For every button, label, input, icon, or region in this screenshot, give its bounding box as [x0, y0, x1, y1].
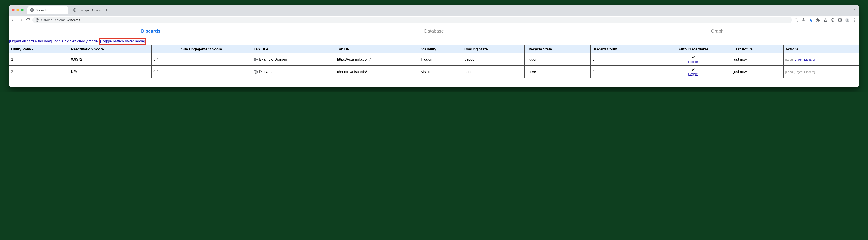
cell-lifecycle-state: hidden	[525, 53, 591, 66]
tab-title: Discards	[36, 8, 47, 12]
reload-button[interactable]	[26, 18, 30, 22]
page-content: Discards Database Graph [Urgent discard …	[9, 25, 859, 87]
svg-point-10	[854, 20, 855, 21]
svg-point-11	[854, 21, 855, 22]
col-tab-url[interactable]: Tab URL	[335, 46, 420, 53]
toolbar-icons	[794, 18, 857, 22]
cell-tab-title: Example Domain	[252, 53, 335, 66]
sidepanel-icon[interactable]	[838, 18, 842, 22]
subtabs: Discards Database Graph	[9, 25, 859, 37]
maximize-window-button[interactable]	[21, 9, 24, 11]
browser-tab-example[interactable]: Example Domain	[70, 6, 111, 14]
globe-icon	[254, 58, 258, 62]
labs-icon[interactable]	[823, 18, 828, 22]
check-icon: ✔	[692, 55, 695, 59]
discards-table: Utility Rank▲ Reactivation Score Site En…	[9, 45, 859, 78]
check-icon: ✔	[692, 68, 695, 72]
cell-tab-title: Discards	[252, 66, 335, 78]
cell-visibility: hidden	[420, 53, 462, 66]
new-tab-button[interactable]: +	[113, 8, 119, 12]
bookmark-star-icon[interactable]	[809, 18, 813, 22]
cell-tab-url: https://example.com/	[335, 53, 420, 66]
urgent-discard-link[interactable]: [Urgent discard a tab now]	[9, 39, 52, 43]
toggle-battery-link[interactable]: [Toggle battery saver mode]	[100, 39, 145, 43]
cell-last-active: just now	[731, 53, 783, 66]
col-loading-state[interactable]: Loading State	[462, 46, 525, 53]
share-icon[interactable]	[801, 18, 806, 22]
nav-buttons	[11, 18, 30, 22]
close-tab-icon[interactable]	[106, 9, 108, 11]
cell-site-engagement-score: 0.0	[152, 66, 252, 78]
back-button[interactable]	[11, 18, 16, 22]
subtab-discards[interactable]: Discards	[9, 25, 292, 37]
menu-icon[interactable]	[852, 18, 857, 22]
window-controls	[12, 9, 24, 11]
cell-discard-count: 0	[591, 66, 655, 78]
col-auto-discardable[interactable]: Auto Discardable	[655, 46, 732, 53]
toggle-auto-discardable-link[interactable]: [Toggle]	[688, 60, 699, 63]
tab-overflow-icon[interactable]	[852, 8, 856, 12]
cell-discard-count: 0	[591, 53, 655, 66]
globe-icon	[254, 70, 258, 74]
globe-icon	[73, 8, 76, 12]
toggle-efficiency-link[interactable]: [Toggle high efficiency mode]	[52, 39, 99, 43]
chrome-icon	[36, 18, 39, 22]
action-link-row: [Urgent discard a tab now][Toggle high e…	[9, 37, 859, 45]
col-tab-title[interactable]: Tab Title	[252, 46, 335, 53]
cell-site-engagement-score: 6.4	[152, 53, 252, 66]
cell-auto-discardable: ✔[Toggle]	[655, 53, 732, 66]
sort-asc-icon: ▲	[31, 48, 34, 51]
col-reactivation-score[interactable]: Reactivation Score	[69, 46, 152, 53]
col-last-active[interactable]: Last Active	[731, 46, 783, 53]
browser-window: Discards Example Domain + Chrome | chrom…	[9, 5, 859, 87]
cell-loading-state: loaded	[462, 53, 525, 66]
cell-reactivation-score: 0.8372	[69, 53, 152, 66]
svg-point-8	[846, 19, 848, 20]
cell-reactivation-score: N/A	[69, 66, 152, 78]
tab-title: Example Domain	[79, 8, 101, 12]
cell-last-active: just now	[731, 66, 783, 78]
close-tab-icon[interactable]	[63, 9, 66, 11]
cell-utility-rank: 2	[9, 66, 69, 78]
address-bar[interactable]: Chrome | chrome://discards	[32, 17, 792, 23]
cell-lifecycle-state: active	[525, 66, 591, 78]
load-action-link: [Load]	[785, 58, 794, 61]
zoom-icon[interactable]	[794, 18, 798, 22]
extensions-icon[interactable]	[816, 18, 820, 22]
cell-tab-url: chrome://discards/	[335, 66, 420, 78]
browser-tab-discards[interactable]: Discards	[27, 6, 68, 14]
cell-actions: [Load][Urgent Discard]	[783, 53, 859, 66]
svg-rect-6	[838, 19, 842, 22]
titlebar: Discards Example Domain +	[9, 5, 859, 16]
forward-button[interactable]	[19, 18, 23, 22]
minimize-window-button[interactable]	[17, 9, 19, 11]
col-lifecycle-state[interactable]: Lifecycle State	[525, 46, 591, 53]
col-actions[interactable]: Actions	[783, 46, 859, 53]
urgent-discard-action-link[interactable]: [Urgent Discard]	[794, 58, 815, 61]
col-visibility[interactable]: Visibility	[420, 46, 462, 53]
devtools-icon[interactable]	[831, 18, 835, 22]
cell-utility-rank: 1	[9, 53, 69, 66]
tab-title-text: Discards	[259, 70, 273, 74]
cell-visibility: visible	[420, 66, 462, 78]
globe-icon	[30, 8, 34, 12]
col-site-engagement[interactable]: Site Engagement Score	[152, 46, 252, 53]
svg-point-9	[854, 19, 855, 19]
subtab-graph[interactable]: Graph	[576, 25, 859, 37]
cell-actions: [Load][Urgent Discard]	[783, 66, 859, 78]
cell-auto-discardable: ✔[Toggle]	[655, 66, 732, 78]
profile-icon[interactable]	[845, 18, 849, 22]
close-window-button[interactable]	[12, 9, 14, 11]
col-discard-count[interactable]: Discard Count	[591, 46, 655, 53]
table-row: 2N/A0.0Discardschrome://discards/visible…	[9, 66, 859, 78]
table-row: 10.83726.4Example Domainhttps://example.…	[9, 53, 859, 66]
col-utility-rank[interactable]: Utility Rank▲	[9, 46, 69, 53]
url-text: Chrome | chrome://discards	[41, 18, 80, 22]
subtab-database[interactable]: Database	[292, 25, 576, 37]
cell-loading-state: loaded	[462, 66, 525, 78]
tab-title-text: Example Domain	[259, 58, 287, 62]
toggle-auto-discardable-link[interactable]: [Toggle]	[688, 72, 699, 76]
load-action-link: [Load]	[785, 70, 794, 74]
urgent-discard-action-link: [Urgent Discard]	[794, 70, 815, 74]
url-toolbar: Chrome | chrome://discards	[9, 16, 859, 25]
